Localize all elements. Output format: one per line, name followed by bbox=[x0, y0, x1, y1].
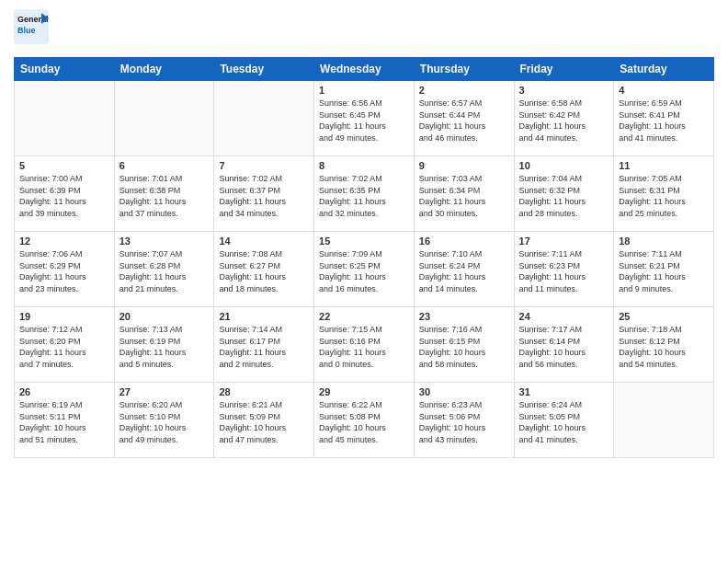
day-info: Sunrise: 7:01 AM Sunset: 6:38 PM Dayligh… bbox=[119, 173, 210, 219]
calendar-cell: 16Sunrise: 7:10 AM Sunset: 6:24 PM Dayli… bbox=[414, 232, 514, 307]
day-number: 8 bbox=[319, 160, 409, 171]
calendar-cell: 14Sunrise: 7:08 AM Sunset: 6:27 PM Dayli… bbox=[214, 232, 314, 307]
calendar-cell: 22Sunrise: 7:15 AM Sunset: 6:16 PM Dayli… bbox=[314, 307, 415, 383]
day-number: 4 bbox=[619, 85, 709, 96]
calendar-cell: 24Sunrise: 7:17 AM Sunset: 6:14 PM Dayli… bbox=[514, 307, 614, 383]
day-number: 9 bbox=[419, 160, 509, 171]
calendar-week-row: 26Sunrise: 6:19 AM Sunset: 5:11 PM Dayli… bbox=[15, 383, 714, 458]
calendar-cell: 6Sunrise: 7:01 AM Sunset: 6:38 PM Daylig… bbox=[114, 156, 214, 232]
day-number: 17 bbox=[519, 236, 609, 247]
day-info: Sunrise: 6:59 AM Sunset: 6:41 PM Dayligh… bbox=[619, 98, 709, 144]
day-info: Sunrise: 7:15 AM Sunset: 6:16 PM Dayligh… bbox=[319, 324, 409, 370]
day-number: 23 bbox=[419, 311, 509, 322]
day-info: Sunrise: 7:08 AM Sunset: 6:27 PM Dayligh… bbox=[219, 248, 309, 294]
logo-svg: General Blue bbox=[14, 9, 87, 46]
day-number: 16 bbox=[419, 236, 509, 247]
day-number: 26 bbox=[19, 386, 109, 397]
calendar-cell: 12Sunrise: 7:06 AM Sunset: 6:29 PM Dayli… bbox=[15, 232, 115, 307]
day-number: 3 bbox=[519, 85, 609, 96]
calendar-cell: 21Sunrise: 7:14 AM Sunset: 6:17 PM Dayli… bbox=[214, 307, 314, 383]
calendar-cell: 28Sunrise: 6:21 AM Sunset: 5:09 PM Dayli… bbox=[214, 383, 314, 458]
day-number: 11 bbox=[619, 160, 709, 171]
calendar-week-row: 12Sunrise: 7:06 AM Sunset: 6:29 PM Dayli… bbox=[15, 232, 714, 307]
day-number: 25 bbox=[619, 311, 709, 322]
day-info: Sunrise: 7:12 AM Sunset: 6:20 PM Dayligh… bbox=[19, 324, 109, 370]
calendar-header-row: SundayMondayTuesdayWednesdayThursdayFrid… bbox=[15, 58, 714, 81]
logo: General Blue bbox=[14, 9, 87, 50]
calendar-cell: 13Sunrise: 7:07 AM Sunset: 6:28 PM Dayli… bbox=[114, 232, 214, 307]
day-info: Sunrise: 7:16 AM Sunset: 6:15 PM Dayligh… bbox=[419, 324, 509, 370]
day-info: Sunrise: 7:14 AM Sunset: 6:17 PM Dayligh… bbox=[219, 324, 309, 370]
calendar-cell: 25Sunrise: 7:18 AM Sunset: 6:12 PM Dayli… bbox=[614, 307, 714, 383]
day-info: Sunrise: 7:11 AM Sunset: 6:23 PM Dayligh… bbox=[519, 248, 609, 294]
day-number: 20 bbox=[119, 311, 210, 322]
day-number: 10 bbox=[519, 160, 609, 171]
calendar-cell: 26Sunrise: 6:19 AM Sunset: 5:11 PM Dayli… bbox=[15, 383, 115, 458]
calendar-week-row: 19Sunrise: 7:12 AM Sunset: 6:20 PM Dayli… bbox=[15, 307, 714, 383]
day-number: 28 bbox=[219, 386, 309, 397]
calendar-cell: 29Sunrise: 6:22 AM Sunset: 5:08 PM Dayli… bbox=[314, 383, 415, 458]
day-number: 14 bbox=[219, 236, 309, 247]
day-number: 7 bbox=[219, 160, 309, 171]
weekday-header: Sunday bbox=[15, 58, 115, 81]
calendar-cell: 7Sunrise: 7:02 AM Sunset: 6:37 PM Daylig… bbox=[214, 156, 314, 232]
calendar-cell: 27Sunrise: 6:20 AM Sunset: 5:10 PM Dayli… bbox=[114, 383, 214, 458]
day-number: 5 bbox=[19, 160, 109, 171]
calendar-week-row: 1Sunrise: 6:56 AM Sunset: 6:45 PM Daylig… bbox=[15, 81, 714, 156]
day-info: Sunrise: 7:02 AM Sunset: 6:37 PM Dayligh… bbox=[219, 173, 309, 219]
calendar-cell: 30Sunrise: 6:23 AM Sunset: 5:06 PM Dayli… bbox=[414, 383, 514, 458]
calendar-cell: 8Sunrise: 7:02 AM Sunset: 6:35 PM Daylig… bbox=[314, 156, 415, 232]
day-info: Sunrise: 6:58 AM Sunset: 6:42 PM Dayligh… bbox=[519, 98, 609, 144]
day-number: 31 bbox=[519, 386, 609, 397]
day-info: Sunrise: 6:24 AM Sunset: 5:05 PM Dayligh… bbox=[519, 399, 609, 445]
calendar-cell: 19Sunrise: 7:12 AM Sunset: 6:20 PM Dayli… bbox=[15, 307, 115, 383]
svg-text:Blue: Blue bbox=[17, 26, 36, 35]
weekday-header: Thursday bbox=[414, 58, 514, 81]
day-number: 1 bbox=[319, 85, 409, 96]
day-info: Sunrise: 7:13 AM Sunset: 6:19 PM Dayligh… bbox=[119, 324, 210, 370]
day-info: Sunrise: 7:03 AM Sunset: 6:34 PM Dayligh… bbox=[419, 173, 509, 219]
day-info: Sunrise: 7:11 AM Sunset: 6:21 PM Dayligh… bbox=[619, 248, 709, 294]
calendar-cell: 17Sunrise: 7:11 AM Sunset: 6:23 PM Dayli… bbox=[514, 232, 614, 307]
page: General Blue SundayMondayTuesdayWednesda… bbox=[0, 0, 728, 563]
day-number: 27 bbox=[119, 386, 210, 397]
calendar-cell: 15Sunrise: 7:09 AM Sunset: 6:25 PM Dayli… bbox=[314, 232, 415, 307]
day-info: Sunrise: 7:04 AM Sunset: 6:32 PM Dayligh… bbox=[519, 173, 609, 219]
weekday-header: Saturday bbox=[614, 58, 714, 81]
day-info: Sunrise: 6:56 AM Sunset: 6:45 PM Dayligh… bbox=[319, 98, 409, 144]
day-info: Sunrise: 6:19 AM Sunset: 5:11 PM Dayligh… bbox=[19, 399, 109, 445]
day-info: Sunrise: 7:06 AM Sunset: 6:29 PM Dayligh… bbox=[19, 248, 109, 294]
calendar-cell: 18Sunrise: 7:11 AM Sunset: 6:21 PM Dayli… bbox=[614, 232, 714, 307]
day-info: Sunrise: 7:00 AM Sunset: 6:39 PM Dayligh… bbox=[19, 173, 109, 219]
calendar-cell bbox=[614, 383, 714, 458]
logo-text: General Blue bbox=[14, 9, 87, 50]
calendar-week-row: 5Sunrise: 7:00 AM Sunset: 6:39 PM Daylig… bbox=[15, 156, 714, 232]
calendar-cell: 20Sunrise: 7:13 AM Sunset: 6:19 PM Dayli… bbox=[114, 307, 214, 383]
day-info: Sunrise: 7:10 AM Sunset: 6:24 PM Dayligh… bbox=[419, 248, 509, 294]
day-number: 6 bbox=[119, 160, 210, 171]
calendar-cell bbox=[15, 81, 115, 156]
calendar-cell: 23Sunrise: 7:16 AM Sunset: 6:15 PM Dayli… bbox=[414, 307, 514, 383]
calendar-cell: 4Sunrise: 6:59 AM Sunset: 6:41 PM Daylig… bbox=[614, 81, 714, 156]
day-info: Sunrise: 6:57 AM Sunset: 6:44 PM Dayligh… bbox=[419, 98, 509, 144]
calendar-cell: 31Sunrise: 6:24 AM Sunset: 5:05 PM Dayli… bbox=[514, 383, 614, 458]
calendar-cell bbox=[214, 81, 314, 156]
day-number: 13 bbox=[119, 236, 210, 247]
day-info: Sunrise: 6:20 AM Sunset: 5:10 PM Dayligh… bbox=[119, 399, 210, 445]
day-number: 30 bbox=[419, 386, 509, 397]
weekday-header: Friday bbox=[514, 58, 614, 81]
calendar-cell: 9Sunrise: 7:03 AM Sunset: 6:34 PM Daylig… bbox=[414, 156, 514, 232]
weekday-header: Wednesday bbox=[314, 58, 415, 81]
day-info: Sunrise: 6:23 AM Sunset: 5:06 PM Dayligh… bbox=[419, 399, 509, 445]
day-number: 22 bbox=[319, 311, 409, 322]
calendar-cell: 1Sunrise: 6:56 AM Sunset: 6:45 PM Daylig… bbox=[314, 81, 415, 156]
day-number: 12 bbox=[19, 236, 109, 247]
day-info: Sunrise: 6:21 AM Sunset: 5:09 PM Dayligh… bbox=[219, 399, 309, 445]
day-number: 29 bbox=[319, 386, 409, 397]
calendar-cell bbox=[114, 81, 214, 156]
day-info: Sunrise: 6:22 AM Sunset: 5:08 PM Dayligh… bbox=[319, 399, 409, 445]
day-info: Sunrise: 7:17 AM Sunset: 6:14 PM Dayligh… bbox=[519, 324, 609, 370]
calendar-cell: 2Sunrise: 6:57 AM Sunset: 6:44 PM Daylig… bbox=[414, 81, 514, 156]
day-number: 24 bbox=[519, 311, 609, 322]
day-number: 19 bbox=[19, 311, 109, 322]
